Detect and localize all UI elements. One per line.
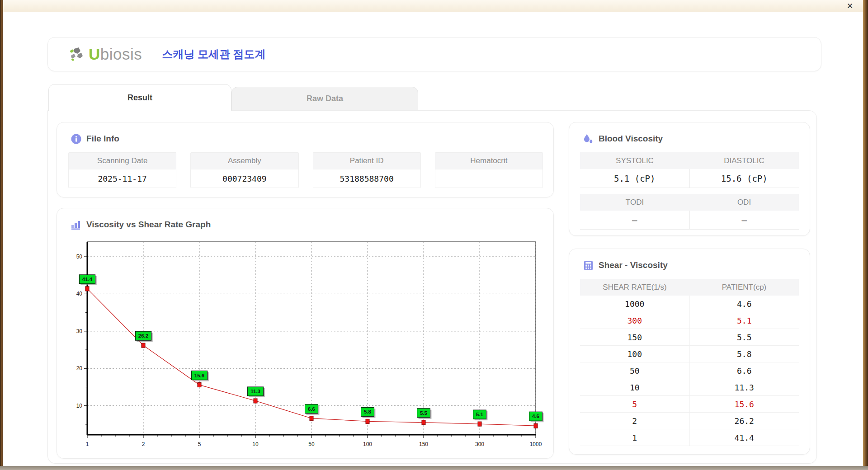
shear-rate-cell: 2 bbox=[580, 413, 690, 429]
shear-rate-cell: 100 bbox=[580, 346, 690, 362]
svg-text:50: 50 bbox=[76, 254, 83, 260]
svg-text:50: 50 bbox=[308, 441, 315, 447]
file-info-field-label: Patient ID bbox=[313, 153, 420, 169]
svg-text:100: 100 bbox=[363, 441, 372, 447]
shear-viscosity-title: Shear - Viscosity bbox=[599, 260, 668, 270]
bv-metric-value: 5.1 (cP) bbox=[580, 169, 690, 188]
logo-rest: biosis bbox=[100, 45, 142, 63]
shear-rate-cell: 1000 bbox=[580, 296, 690, 312]
logo-letter-u: U bbox=[89, 45, 100, 63]
window-border-right bbox=[863, 0, 868, 470]
svg-text:300: 300 bbox=[475, 441, 484, 447]
window-border-bottom bbox=[0, 466, 868, 470]
shear-rate-cell: 50 bbox=[580, 362, 690, 379]
file-info-card: File Info Scanning Date 2025-11-17 Assem… bbox=[57, 122, 554, 197]
blood-viscosity-title: Blood Viscosity bbox=[599, 134, 663, 144]
shear-rate-cell: 300 bbox=[580, 312, 690, 329]
shear-rate-cell: 10 bbox=[580, 379, 690, 395]
shear-table-rows: 1000 4.6 300 5.1 150 5.5 100 5.8 50 6.6 … bbox=[580, 296, 799, 446]
svg-text:10: 10 bbox=[76, 403, 83, 409]
file-info-field-value: 2025-11-17 bbox=[69, 169, 176, 188]
svg-text:26.2: 26.2 bbox=[138, 333, 148, 338]
blood-viscosity-header: Blood Viscosity bbox=[569, 122, 810, 144]
shear-table-row: 1000 4.6 bbox=[580, 296, 799, 312]
file-info-field-value: 000723409 bbox=[191, 169, 298, 188]
bv-metric-value: – bbox=[580, 211, 690, 230]
patient-viscosity-cell: 26.2 bbox=[690, 413, 799, 429]
tab-result[interactable]: Result bbox=[48, 84, 231, 111]
patient-viscosity-cell: 41.4 bbox=[690, 429, 799, 446]
file-info-field-label: Scanning Date bbox=[69, 153, 176, 169]
close-icon[interactable]: ✕ bbox=[845, 1, 855, 11]
svg-text:40: 40 bbox=[76, 291, 83, 297]
patient-viscosity-cell: 5.1 bbox=[690, 312, 799, 329]
patient-viscosity-cell: 15.6 bbox=[690, 396, 799, 412]
bv-metric-label: TODI bbox=[580, 194, 689, 211]
calculator-icon bbox=[583, 260, 594, 271]
shear-table-row: 150 5.5 bbox=[580, 329, 799, 346]
info-icon bbox=[71, 133, 81, 144]
bv-metric-label: ODI bbox=[689, 194, 799, 211]
app-window: ✕ Ubiosis 스캐닝 모세관 점도계 Result Raw Data bbox=[0, 0, 868, 470]
svg-text:5.1: 5.1 bbox=[476, 412, 484, 417]
shear-rate-cell: 150 bbox=[580, 329, 690, 345]
file-info-field: Patient ID 53188588700 bbox=[313, 152, 421, 188]
logo-text: Ubiosis bbox=[89, 45, 142, 63]
blood-viscosity-group: TODIODI –– bbox=[580, 194, 799, 230]
shear-table-header: SHEAR RATE(1/s) PATIENT(cp) bbox=[580, 279, 799, 296]
window-border-left bbox=[0, 0, 3, 470]
svg-text:5.8: 5.8 bbox=[364, 409, 372, 414]
graph-title: Viscosity vs Shear Rate Graph bbox=[86, 220, 211, 230]
app-title-korean: 스캐닝 모세관 점도계 bbox=[162, 47, 265, 61]
shear-viscosity-header: Shear - Viscosity bbox=[569, 249, 810, 271]
droplets-icon bbox=[583, 133, 594, 144]
patient-viscosity-cell: 6.6 bbox=[690, 362, 799, 379]
file-info-field: Hematocrit bbox=[435, 152, 543, 188]
bv-metric-label: DIASTOLIC bbox=[689, 152, 799, 169]
blood-viscosity-card: Blood Viscosity SYSTOLICDIASTOLIC 5.1 (c… bbox=[569, 122, 810, 236]
shear-table-row: 2 26.2 bbox=[580, 413, 799, 429]
bv-metric-value: 15.6 (cP) bbox=[690, 169, 799, 188]
svg-text:11.3: 11.3 bbox=[250, 389, 260, 394]
svg-text:150: 150 bbox=[419, 441, 428, 447]
shear-table-row: 100 5.8 bbox=[580, 346, 799, 362]
window-titlebar: ✕ bbox=[3, 0, 863, 12]
file-info-header: File Info bbox=[57, 122, 553, 144]
patient-viscosity-cell: 11.3 bbox=[690, 379, 799, 395]
shear-rate-cell: 5 bbox=[580, 396, 690, 412]
ubiosis-logo: Ubiosis bbox=[68, 45, 142, 63]
file-info-field: Scanning Date 2025-11-17 bbox=[68, 152, 176, 188]
file-info-field-value: 53188588700 bbox=[313, 169, 420, 188]
file-info-field: Assembly 000723409 bbox=[190, 152, 298, 188]
shear-rate-cell: 1 bbox=[580, 429, 690, 446]
patient-column-header: PATIENT(cp) bbox=[689, 279, 799, 296]
patient-viscosity-cell: 4.6 bbox=[690, 296, 799, 312]
shear-viscosity-table: SHEAR RATE(1/s) PATIENT(cp) 1000 4.6 300… bbox=[580, 279, 799, 446]
svg-text:30: 30 bbox=[76, 328, 83, 334]
shear-table-row: 5 15.6 bbox=[580, 396, 799, 413]
graph-header: Viscosity vs Shear Rate Graph bbox=[57, 208, 553, 230]
shear-table-row: 1 41.4 bbox=[580, 429, 799, 446]
file-info-fields: Scanning Date 2025-11-17 Assembly 000723… bbox=[68, 152, 543, 188]
blood-viscosity-group: SYSTOLICDIASTOLIC 5.1 (cP)15.6 (cP) bbox=[580, 152, 799, 188]
viscosity-chart: 10203040501251050100150300100041.426.215… bbox=[63, 234, 554, 456]
ubiosis-logo-icon bbox=[68, 45, 86, 63]
svg-text:4.6: 4.6 bbox=[532, 414, 539, 419]
file-info-field-label: Hematocrit bbox=[435, 153, 542, 169]
patient-viscosity-cell: 5.5 bbox=[690, 329, 799, 345]
file-info-field-label: Assembly bbox=[191, 153, 298, 169]
svg-text:5.5: 5.5 bbox=[420, 410, 428, 416]
svg-text:1000: 1000 bbox=[530, 441, 542, 447]
svg-text:1: 1 bbox=[86, 441, 89, 447]
svg-text:10: 10 bbox=[252, 441, 259, 447]
svg-text:5: 5 bbox=[198, 441, 201, 447]
svg-text:6.6: 6.6 bbox=[308, 406, 315, 412]
bv-metric-label: SYSTOLIC bbox=[580, 152, 689, 169]
bar-chart-icon bbox=[71, 219, 81, 230]
file-info-field-value bbox=[435, 169, 542, 188]
svg-text:20: 20 bbox=[76, 365, 83, 371]
shear-table-row: 10 11.3 bbox=[580, 379, 799, 396]
tab-raw-data[interactable]: Raw Data bbox=[231, 87, 418, 110]
shear-table-row: 50 6.6 bbox=[580, 362, 799, 379]
shear-rate-column-header: SHEAR RATE(1/s) bbox=[580, 279, 689, 296]
